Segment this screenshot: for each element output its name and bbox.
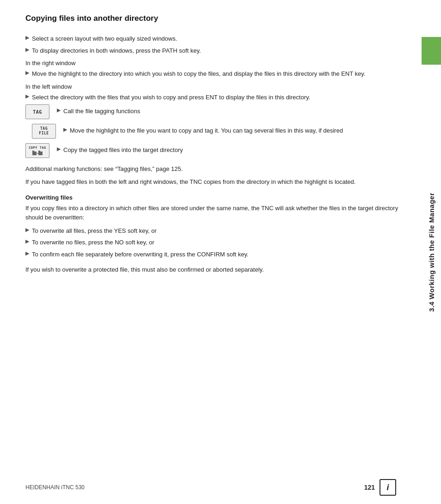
footer: HEIDENHAIN iTNC 530 121 i — [0, 479, 422, 496]
side-tab-label: 3.4 Working with the File Manager — [428, 193, 435, 312]
copy-tag-icon — [32, 150, 43, 156]
overwriting-title: Overwriting files — [25, 194, 398, 201]
key-item-tag: TAG ▶ Call the file tagging functions — [25, 104, 398, 119]
key-item-tag-file: TAG FILE ▶ Move the highlight to the fil… — [58, 124, 398, 139]
bullet-arrow-icon: ▶ — [25, 70, 29, 76]
bullet-item: ▶ Select a screen layout with two equall… — [25, 34, 398, 43]
bullet-arrow-icon: ▶ — [25, 93, 29, 99]
bullet-arrow-icon: ▶ — [63, 127, 67, 133]
key-description: Call the file tagging functions — [63, 107, 140, 116]
bullet-text: To confirm each file separately before o… — [32, 250, 249, 259]
info-icon-box: i — [380, 479, 396, 496]
bullet-item: ▶ To display directories in both windows… — [25, 46, 398, 55]
overwriting-intro: If you copy files into a directory in wh… — [25, 204, 398, 222]
bullet-text: Move the highlight to the directory into… — [32, 69, 365, 79]
key-item-copy-tag: COPY TAG ▶ Copy the tagge — [25, 143, 398, 158]
key-box-tag-file: TAG FILE — [32, 124, 56, 139]
bullet-arrow-icon: ▶ — [57, 146, 61, 152]
svg-rect-1 — [32, 151, 34, 152]
bullet-text: To overwrite no files, press the NO soft… — [32, 238, 154, 247]
bullet-arrow-icon: ▶ — [25, 238, 29, 244]
protected-note: If you wish to overwrite a protected fil… — [25, 265, 398, 274]
additional-marking: Additional marking functions: see “Taggi… — [25, 164, 398, 174]
bullet-item: ▶ Move the highlight to the directory in… — [25, 69, 398, 79]
left-window-label: In the left window — [25, 83, 398, 90]
tnc-note: If you have tagged files in both the lef… — [25, 177, 398, 187]
bullet-arrow-icon: ▶ — [25, 47, 29, 53]
bullet-arrow-icon: ▶ — [25, 35, 29, 41]
bullet-item: ▶ To confirm each file separately before… — [25, 250, 398, 259]
right-window-label: In the right window — [25, 60, 398, 67]
key-description: Move the highlight to the file you want … — [70, 126, 343, 135]
bullet-text: To overwrite all files, press the YES so… — [32, 226, 157, 236]
side-tab: 3.4 Working with the File Manager — [422, 0, 441, 504]
page-title: Copying files into another directory — [25, 14, 398, 26]
key-description: Copy the tagged files into the target di… — [63, 146, 183, 155]
info-icon: i — [386, 483, 389, 492]
footer-right: 121 i — [364, 479, 396, 496]
page-container: 3.4 Working with the File Manager Copyin… — [0, 0, 441, 504]
bullet-arrow-icon: ▶ — [57, 107, 61, 113]
key-item-text: ▶ Move the highlight to the file you wan… — [63, 124, 343, 135]
svg-rect-3 — [38, 152, 43, 155]
bullet-item: ▶ To overwrite no files, press the NO so… — [25, 238, 398, 247]
bullet-item: ▶ Select the directory with the files th… — [25, 93, 398, 102]
page-number: 121 — [364, 484, 375, 491]
footer-brand: HEIDENHAIN iTNC 530 — [25, 484, 85, 491]
bullet-text: To display directories in both windows, … — [32, 46, 201, 55]
key-box-tag: TAG — [25, 104, 49, 119]
bullet-text: Select a screen layout with two equally … — [32, 34, 177, 43]
bullet-text: Select the directory with the files that… — [32, 93, 310, 102]
bullet-arrow-icon: ▶ — [25, 250, 29, 256]
svg-rect-0 — [32, 152, 37, 155]
key-item-text: ▶ Copy the tagged files into the target … — [57, 143, 183, 155]
bullet-item: ▶ To overwrite all files, press the YES … — [25, 226, 398, 236]
svg-rect-4 — [38, 151, 40, 152]
main-content: Copying files into another directory ▶ S… — [0, 0, 422, 504]
bullet-arrow-icon: ▶ — [25, 227, 29, 233]
key-item-text: ▶ Call the file tagging functions — [57, 104, 140, 116]
key-box-copy-tag: COPY TAG — [25, 143, 49, 158]
